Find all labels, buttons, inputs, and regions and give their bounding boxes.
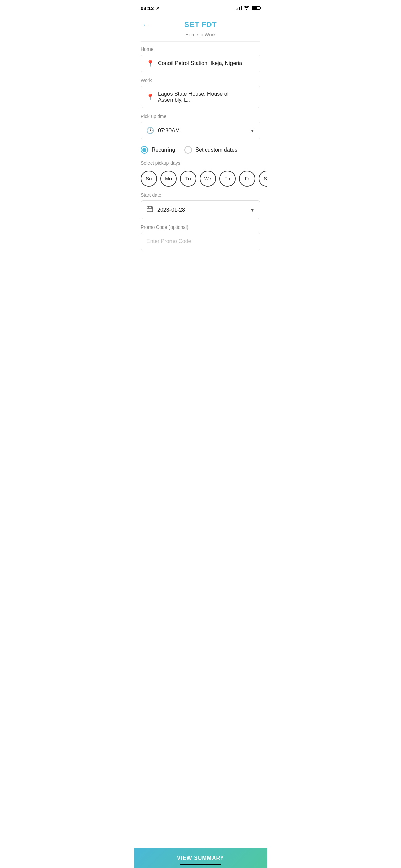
day-tuesday[interactable]: Tu bbox=[180, 171, 196, 187]
custom-dates-label: Set custom dates bbox=[195, 147, 237, 153]
recurring-label: Recurring bbox=[152, 147, 175, 153]
battery-icon bbox=[252, 6, 260, 10]
status-bar: 08:12 ↗ bbox=[134, 0, 267, 15]
start-date-section: Start date 2023-01-28 ▼ bbox=[141, 192, 260, 219]
page-subtitle: Home to Work bbox=[134, 32, 267, 41]
promo-section: Promo Code (optional) bbox=[141, 224, 260, 250]
back-arrow-icon: ← bbox=[142, 20, 149, 29]
home-input-box[interactable]: 📍 Conoil Petrol Station, Ikeja, Nigeria bbox=[141, 55, 260, 72]
day-thursday[interactable]: Th bbox=[219, 171, 236, 187]
promo-input[interactable] bbox=[141, 233, 260, 250]
home-label: Home bbox=[141, 43, 260, 52]
custom-dates-option[interactable]: Set custom dates bbox=[184, 146, 237, 154]
pickup-time-value: 07:30AM bbox=[158, 127, 246, 134]
day-wednesday[interactable]: We bbox=[200, 171, 216, 187]
pickup-time-label: Pick up time bbox=[141, 114, 260, 119]
recurring-radio-fill bbox=[142, 148, 146, 152]
pickup-days-section: Select pickup days Su Mo Tu We Th Fr Sa bbox=[141, 160, 260, 187]
date-dropdown-arrow: ▼ bbox=[250, 207, 255, 213]
page-title: SET FDT bbox=[184, 20, 217, 29]
recurring-radio[interactable] bbox=[141, 146, 148, 154]
wifi-icon bbox=[244, 5, 250, 11]
home-section: Home 📍 Conoil Petrol Station, Ikeja, Nig… bbox=[141, 41, 260, 72]
work-pin-icon: 📍 bbox=[146, 93, 154, 101]
day-sunday[interactable]: Su bbox=[141, 171, 157, 187]
home-pin-icon: 📍 bbox=[146, 60, 154, 67]
schedule-type-group: Recurring Set custom dates bbox=[141, 146, 260, 154]
pickup-time-input[interactable]: 🕐 07:30AM ▼ bbox=[141, 122, 260, 139]
signal-icon bbox=[236, 6, 242, 10]
promo-label: Promo Code (optional) bbox=[141, 224, 260, 230]
status-time: 08:12 ↗ bbox=[141, 5, 159, 11]
calendar-icon bbox=[146, 205, 153, 214]
status-icons bbox=[236, 5, 260, 11]
clock-icon: 🕐 bbox=[146, 127, 154, 134]
select-days-label: Select pickup days bbox=[141, 160, 260, 166]
work-section: Work 📍 Lagos State House, House of Assem… bbox=[141, 78, 260, 108]
work-label: Work bbox=[141, 78, 260, 83]
recurring-option[interactable]: Recurring bbox=[141, 146, 175, 154]
days-row: Su Mo Tu We Th Fr Sa bbox=[141, 171, 260, 187]
day-monday[interactable]: Mo bbox=[160, 171, 177, 187]
start-date-input[interactable]: 2023-01-28 ▼ bbox=[141, 200, 260, 219]
form-container: Home 📍 Conoil Petrol Station, Ikeja, Nig… bbox=[134, 41, 267, 284]
time-dropdown-arrow: ▼ bbox=[250, 128, 255, 133]
svg-rect-0 bbox=[147, 207, 153, 212]
work-value: Lagos State House, House of Assembly, L.… bbox=[158, 91, 255, 103]
navigation-icon: ↗ bbox=[156, 6, 159, 11]
home-value: Conoil Petrol Station, Ikeja, Nigeria bbox=[158, 60, 255, 66]
work-input-box[interactable]: 📍 Lagos State House, House of Assembly, … bbox=[141, 86, 260, 108]
day-friday[interactable]: Fr bbox=[239, 171, 255, 187]
day-saturday[interactable]: Sa bbox=[259, 171, 267, 187]
start-date-label: Start date bbox=[141, 192, 260, 198]
pickup-time-section: Pick up time 🕐 07:30AM ▼ bbox=[141, 114, 260, 139]
back-button[interactable]: ← bbox=[141, 19, 151, 31]
custom-dates-radio[interactable] bbox=[184, 146, 192, 154]
page-header: ← SET FDT bbox=[134, 15, 267, 32]
start-date-value: 2023-01-28 bbox=[157, 207, 246, 213]
